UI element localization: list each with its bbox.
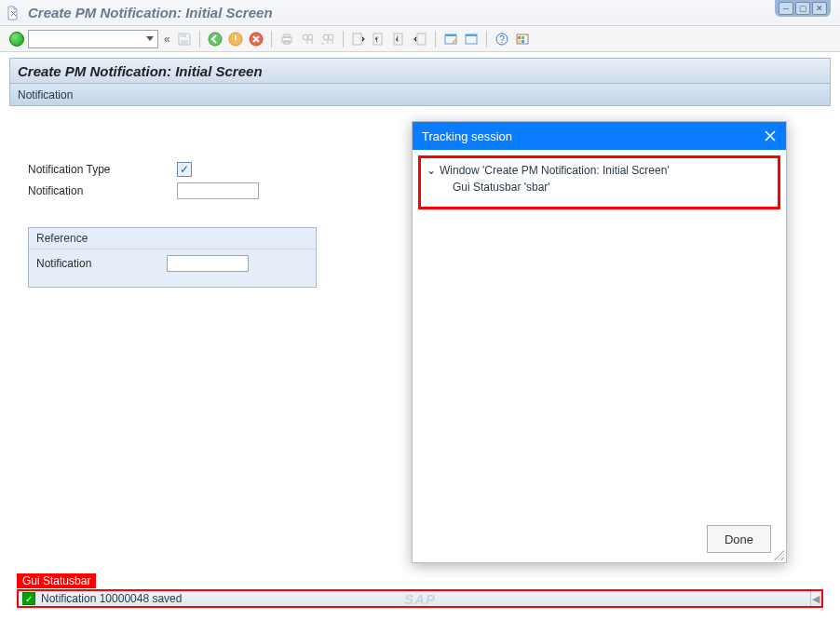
customize-icon[interactable] [514,31,531,47]
svg-rect-19 [466,34,477,36]
svg-rect-15 [417,34,426,45]
statusbar-annotation-label: Gui Statusbar [17,573,96,588]
resize-grip-icon[interactable] [771,547,784,560]
notification-type-label: Notification Type [28,163,177,176]
tree-row-statusbar[interactable]: Gui Statusbar 'sbar' [427,179,772,195]
svg-rect-17 [445,34,456,36]
toolbar-separator [271,31,272,47]
status-message: Notification 10000048 saved [41,592,182,605]
toolbar: « ? [0,26,840,52]
svg-rect-12 [353,34,361,45]
window-title: Create PM Notification: Initial Screen [28,5,273,20]
tree-statusbar-label: Gui Statusbar 'sbar' [453,181,550,194]
exit-icon[interactable] [227,31,244,47]
prev-page-icon[interactable] [371,31,387,47]
reference-group-title: Reference [29,228,316,249]
last-page-icon[interactable] [412,31,428,47]
page-subtitle: Notification [18,88,73,101]
dialog-footer: Done [413,516,786,562]
page-header: Create PM Notification: Initial Screen [9,58,831,84]
next-page-icon[interactable] [391,31,408,47]
first-page-icon[interactable] [350,31,367,47]
page-subheader: Notification [9,84,831,106]
reference-group: Reference Notification [28,227,317,288]
svg-rect-24 [522,36,524,39]
svg-rect-23 [518,36,521,39]
status-success-icon: ✓ [22,592,35,605]
done-button[interactable]: Done [707,525,771,553]
save-icon[interactable] [176,31,193,47]
ref-notification-label: Notification [36,257,167,270]
toolbar-separator [199,31,200,47]
tracking-tree-highlight: ⌄ Window 'Create PM Notification: Initia… [418,155,780,209]
toolbar-separator [486,31,487,47]
svg-text:?: ? [499,34,505,45]
minimize-button[interactable]: ─ [779,2,793,15]
svg-rect-25 [518,40,521,43]
page-title: Create PM Notification: Initial Screen [18,63,263,79]
svg-rect-6 [284,34,290,37]
dialog-close-button[interactable] [764,129,777,142]
window-controls: ─ ▢ ✕ [775,0,831,17]
svg-rect-1 [181,40,188,44]
maximize-button[interactable]: ▢ [795,2,810,15]
row-ref-notification: Notification [36,255,308,272]
chevron-down-icon [146,36,154,41]
back-icon[interactable] [207,31,224,47]
dialog-body: ⌄ Window 'Create PM Notification: Initia… [413,150,786,516]
close-window-button[interactable]: ✕ [812,2,827,15]
notification-type-search-help[interactable]: ✓ [177,162,192,177]
ref-notification-input[interactable] [167,255,249,272]
tree-row-window[interactable]: ⌄ Window 'Create PM Notification: Initia… [427,162,772,179]
chevron-down-icon[interactable]: ⌄ [427,164,436,177]
help-icon[interactable]: ? [494,31,510,47]
toolbar-separator [343,31,344,47]
notification-input[interactable] [177,182,259,199]
print-icon[interactable] [278,31,295,47]
new-session-icon[interactable] [442,31,459,47]
command-dropdown[interactable] [28,30,158,48]
dialog-title: Tracking session [422,129,512,143]
find-icon[interactable] [299,31,316,47]
svg-rect-26 [522,40,524,43]
toolbar-separator [435,31,436,47]
document-icon [6,6,20,20]
dialog-titlebar[interactable]: Tracking session [413,122,786,150]
window-titlebar: Create PM Notification: Initial Screen [0,0,840,26]
cancel-icon[interactable] [248,31,264,47]
sap-logo: SAP [404,591,436,607]
svg-point-2 [209,33,222,46]
generate-shortcut-icon[interactable] [463,31,480,47]
svg-rect-0 [181,34,186,37]
collapse-button[interactable]: « [162,33,172,46]
tracking-session-dialog: Tracking session ⌄ Window 'Create PM Not… [412,121,787,563]
statusbar-handle-icon[interactable]: ◀ [810,591,820,606]
tree-window-label: Window 'Create PM Notification: Initial … [440,164,670,177]
find-next-icon[interactable] [319,31,336,47]
gui-statusbar: ✓ Notification 10000048 saved SAP ◀ [17,589,823,608]
notification-label: Notification [28,184,177,197]
ok-indicator-icon[interactable] [9,32,24,47]
